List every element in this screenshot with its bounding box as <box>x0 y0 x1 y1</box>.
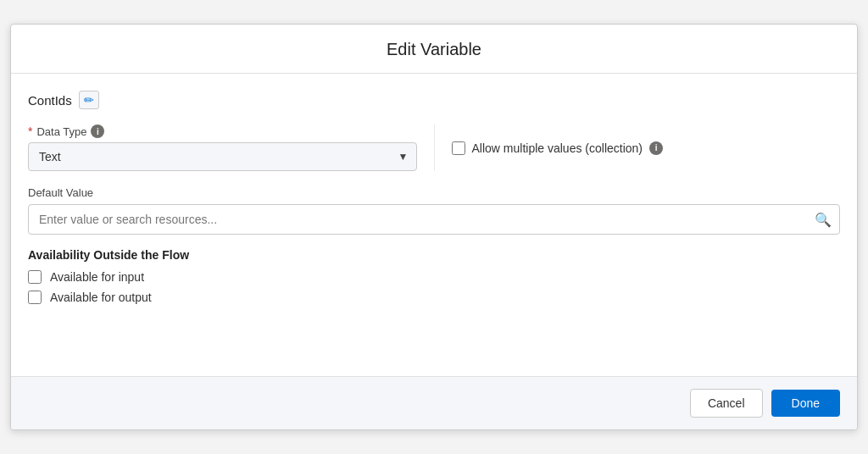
edit-variable-name-icon[interactable]: ✏ <box>79 91 99 109</box>
default-value-section: Default Value 🔍 <box>28 186 840 235</box>
data-type-select-wrapper: Text Number Currency Date Date/Time Bool… <box>28 142 417 171</box>
done-button[interactable]: Done <box>771 390 840 417</box>
available-for-input-row: Available for input <box>28 270 840 284</box>
data-type-left: * Data Type i Text Number Currency Date … <box>28 125 435 171</box>
availability-section: Availability Outside the Flow Available … <box>28 248 840 304</box>
default-value-input-wrapper: 🔍 <box>28 204 840 235</box>
default-value-label: Default Value <box>28 186 840 199</box>
allow-multiple-right: Allow multiple values (collection) i <box>435 125 841 171</box>
data-type-info-icon: i <box>91 125 104 138</box>
variable-name-label: ContIds <box>28 93 72 108</box>
availability-title: Availability Outside the Flow <box>28 248 840 262</box>
edit-variable-dialog: Edit Variable ContIds ✏ * Data Type i Te… <box>10 24 858 430</box>
available-for-output-checkbox[interactable] <box>28 291 42 304</box>
allow-multiple-row: Allow multiple values (collection) i <box>452 141 664 155</box>
allow-multiple-label: Allow multiple values (collection) <box>472 141 643 155</box>
allow-multiple-checkbox[interactable] <box>452 141 465 155</box>
default-value-input[interactable] <box>28 204 840 235</box>
cancel-button[interactable]: Cancel <box>690 389 763 418</box>
dialog-body: ContIds ✏ * Data Type i Text Number Curr… <box>11 74 857 376</box>
data-type-label-row: * Data Type i <box>28 125 417 138</box>
available-for-output-row: Available for output <box>28 291 840 304</box>
dialog-title: Edit Variable <box>11 25 857 74</box>
data-type-label: Data Type <box>36 125 86 138</box>
allow-multiple-info-icon: i <box>649 141 663 155</box>
variable-name-row: ContIds ✏ <box>28 91 840 109</box>
available-for-input-label: Available for input <box>50 270 144 284</box>
available-for-input-checkbox[interactable] <box>28 270 42 284</box>
data-type-section: * Data Type i Text Number Currency Date … <box>28 125 840 171</box>
data-type-select[interactable]: Text Number Currency Date Date/Time Bool… <box>28 142 417 171</box>
required-star: * <box>28 125 32 138</box>
available-for-output-label: Available for output <box>50 291 152 304</box>
dialog-footer: Cancel Done <box>11 376 857 429</box>
